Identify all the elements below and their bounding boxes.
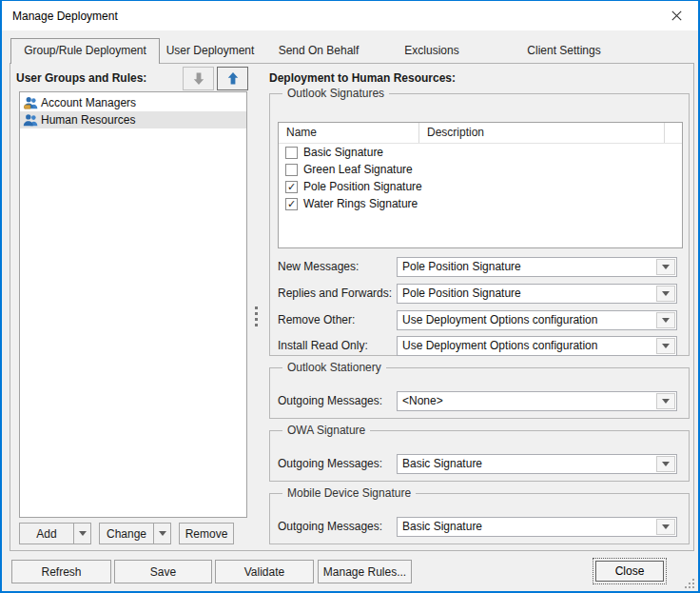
group-name: Account Managers [41, 96, 136, 109]
install-read-only-label: Install Read Only: [278, 339, 368, 352]
chevron-down-icon [662, 265, 670, 269]
manage-deployment-dialog: Manage Deployment Group/Rule DeploymentU… [0, 0, 700, 593]
new-messages-combo[interactable]: Pole Position Signature [397, 257, 677, 277]
tab-page-group-rule-deployment: User Groups and Rules: Account Managers … [10, 63, 694, 551]
change-split-button: Change [99, 523, 171, 544]
signature-row-water-rings-signature[interactable]: ✓Water Rings Signature [279, 195, 682, 212]
tab-send-on-behalf[interactable]: Send On Behalf [261, 38, 377, 63]
chevron-down-icon [662, 399, 670, 404]
arrow-down-icon [192, 71, 205, 86]
owa-outgoing-row: Outgoing Messages: Basic Signature [278, 454, 677, 474]
chevron-down-icon [662, 291, 670, 296]
group-name: Human Resources [41, 113, 135, 127]
chevron-down-icon [662, 524, 670, 529]
outgoing-messages-label: Outgoing Messages: [278, 457, 382, 470]
mobile-device-signature-label: Mobile Device Signature [282, 486, 416, 500]
add-button[interactable]: Add [19, 523, 74, 544]
replies-forwards-combo[interactable]: Pole Position Signature [397, 284, 677, 304]
remove-other-label: Remove Other: [278, 313, 355, 326]
user-groups-header: User Groups and Rules: [16, 71, 146, 85]
combo-dropdown-button[interactable] [656, 338, 675, 354]
validate-button[interactable]: Validate [215, 560, 314, 583]
add-dropdown-button[interactable] [74, 523, 91, 544]
signature-name: Basic Signature [303, 146, 383, 159]
title-bar: Manage Deployment [2, 1, 698, 30]
checkbox-unchecked[interactable] [285, 164, 298, 176]
remove-other-row: Remove Other: Use Deployment Options con… [278, 310, 677, 330]
owa-signature-label: OWA Signature [282, 424, 370, 437]
owa-signature-group: OWA Signature Outgoing Messages: Basic S… [269, 430, 690, 482]
users-icon [22, 113, 38, 128]
manage-rules-button[interactable]: Manage Rules... [318, 560, 412, 583]
chevron-down-icon [662, 344, 670, 348]
signatures-table-body: Basic SignatureGreen Leaf Signature✓Pole… [279, 144, 682, 212]
resize-grip[interactable] [683, 577, 694, 588]
change-dropdown-button[interactable] [154, 523, 171, 544]
column-header-name[interactable]: Name [279, 123, 419, 143]
chevron-down-icon [79, 531, 87, 536]
add-split-button: Add [19, 523, 91, 544]
deployment-header: Deployment to Human Resources: [269, 71, 456, 85]
tab-user-deployment[interactable]: User Deployment [160, 38, 261, 63]
tab-group-rule-deployment[interactable]: Group/Rule Deployment [10, 38, 160, 64]
close-button[interactable]: Close [593, 558, 667, 584]
mobile-outgoing-messages-combo[interactable]: Basic Signature [397, 517, 677, 537]
column-header-description[interactable]: Description [419, 123, 665, 143]
outgoing-messages-label: Outgoing Messages: [278, 520, 382, 533]
window-close-button[interactable] [655, 1, 698, 30]
outgoing-messages-label: Outgoing Messages: [278, 394, 382, 407]
move-down-button[interactable] [183, 67, 214, 90]
tab-client-settings[interactable]: Client Settings [487, 38, 641, 63]
change-button[interactable]: Change [99, 523, 154, 544]
outlook-stationery-group: Outlook Stationery Outgoing Messages: <N… [269, 367, 690, 419]
signatures-table[interactable]: Name Description Basic SignatureGreen Le… [278, 122, 683, 248]
new-messages-row: New Messages: Pole Position Signature [278, 257, 677, 277]
combo-dropdown-button[interactable] [656, 393, 675, 409]
stationery-outgoing-row: Outgoing Messages: <None> [278, 391, 677, 411]
close-icon [671, 10, 682, 21]
remove-button[interactable]: Remove [179, 523, 234, 544]
stationery-outgoing-messages-combo[interactable]: <None> [397, 391, 677, 411]
signature-name: Water Rings Signature [303, 197, 418, 210]
remove-other-combo[interactable]: Use Deployment Options configuration [397, 310, 677, 330]
checkbox-checked[interactable]: ✓ [285, 198, 298, 210]
install-read-only-row: Install Read Only: Use Deployment Option… [278, 336, 677, 356]
panel-splitter-handle[interactable] [250, 295, 262, 337]
save-button[interactable]: Save [114, 560, 212, 583]
move-up-button[interactable] [217, 67, 248, 90]
signatures-table-header: Name Description [279, 123, 682, 144]
install-read-only-combo[interactable]: Use Deployment Options configuration [397, 336, 677, 356]
tab-exclusions[interactable]: Exclusions [377, 38, 487, 63]
checkbox-unchecked[interactable] [285, 147, 298, 159]
replies-forwards-row: Replies and Forwards: Pole Position Sign… [278, 284, 677, 304]
signature-row-basic-signature[interactable]: Basic Signature [279, 144, 682, 161]
arrow-up-icon [226, 71, 240, 86]
user-groups-list[interactable]: Account Managers Human Resources [19, 91, 247, 518]
combo-dropdown-button[interactable] [656, 519, 675, 535]
tab-strip: Group/Rule DeploymentUser DeploymentSend… [10, 38, 641, 64]
outlook-stationery-label: Outlook Stationery [282, 361, 386, 374]
new-messages-label: New Messages: [278, 260, 359, 273]
outlook-signatures-group: Outlook Signatures Name Description Basi… [269, 93, 690, 356]
checkbox-checked[interactable]: ✓ [285, 181, 298, 193]
users-gold-icon [22, 96, 38, 110]
chevron-down-icon [159, 531, 166, 536]
signature-name: Pole Position Signature [303, 180, 422, 193]
list-item-human-resources[interactable]: Human Resources [20, 111, 246, 128]
replies-forwards-label: Replies and Forwards: [278, 287, 392, 300]
signature-row-green-leaf-signature[interactable]: Green Leaf Signature [279, 161, 682, 178]
outlook-signatures-label: Outlook Signatures [282, 87, 389, 100]
signature-name: Green Leaf Signature [303, 163, 413, 176]
refresh-button[interactable]: Refresh [11, 560, 111, 583]
owa-outgoing-messages-combo[interactable]: Basic Signature [397, 454, 677, 474]
combo-dropdown-button[interactable] [656, 456, 675, 472]
close-button-label: Close [595, 561, 664, 582]
combo-dropdown-button[interactable] [656, 312, 675, 328]
list-item-account-managers[interactable]: Account Managers [20, 94, 246, 111]
mobile-outgoing-row: Outgoing Messages: Basic Signature [278, 517, 677, 537]
combo-dropdown-button[interactable] [656, 259, 675, 275]
signature-row-pole-position-signature[interactable]: ✓Pole Position Signature [279, 178, 682, 195]
combo-dropdown-button[interactable] [656, 286, 675, 302]
mobile-device-signature-group: Mobile Device Signature Outgoing Message… [269, 493, 690, 544]
chevron-down-icon [662, 462, 670, 466]
